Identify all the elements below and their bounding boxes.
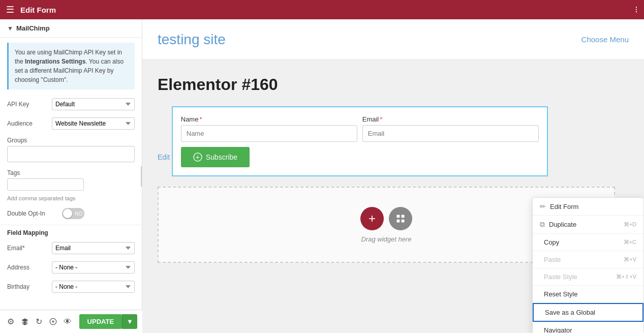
ctx-duplicate-shortcut: ⌘+D: [624, 221, 636, 228]
topbar-title: Edit Form: [20, 6, 56, 14]
ctx-paste-style-shortcut: ⌘+⇧+V: [616, 274, 636, 280]
api-key-label: API Key: [7, 101, 48, 108]
ctx-duplicate-icon: ⧉: [540, 220, 545, 229]
section-arrow-icon: ▼: [7, 25, 13, 32]
name-field: Name*: [181, 115, 357, 142]
ctx-duplicate[interactable]: ⧉ Duplicate ⌘+D: [533, 216, 643, 234]
ctx-copy-shortcut: ⌘+C: [624, 239, 636, 246]
canvas-topbar: testing site Choose Menu: [142, 19, 644, 60]
page-content: Elementor #160 Edit Name* Email*: [142, 60, 644, 333]
undo-icon[interactable]: ↻: [34, 314, 45, 329]
settings-icon[interactable]: ⚙: [5, 314, 16, 329]
drag-area-buttons: +: [360, 207, 412, 230]
toggle-knob: [63, 209, 72, 218]
form-row: Name* Email*: [181, 115, 539, 142]
site-title: testing site: [158, 32, 226, 48]
tags-label: Tags: [7, 169, 135, 176]
ctx-reset-label: Reset Style: [544, 290, 577, 298]
add-widget-button[interactable]: +: [360, 207, 384, 230]
birthday-label: Birthday: [7, 283, 48, 290]
double-optin-row: Double Opt-In NO: [0, 204, 142, 223]
double-optin-label: Double Opt-In: [7, 210, 58, 217]
audience-label: Audience: [7, 120, 48, 127]
ctx-paste-style-label: Paste Style: [544, 273, 577, 281]
layers-icon[interactable]: [19, 314, 30, 329]
context-menu: ✏ Edit Form ⧉ Duplicate ⌘+D: [532, 197, 644, 333]
form-widget[interactable]: Name* Email* + Subscribe: [172, 106, 548, 176]
ctx-paste-label: Paste: [544, 256, 561, 263]
bottom-bar: ⚙ ↻ 👁 UPDATE ▼: [0, 310, 142, 333]
svg-rect-3: [402, 219, 405, 222]
api-key-row: API Key Default: [0, 95, 142, 114]
svg-rect-0: [397, 215, 400, 218]
grid-icon[interactable]: ⁝: [635, 4, 638, 15]
update-button[interactable]: UPDATE: [79, 314, 122, 329]
update-button-group: UPDATE ▼: [79, 314, 137, 329]
name-input[interactable]: [181, 125, 357, 142]
name-label: Name*: [181, 115, 357, 123]
widget-library-button[interactable]: [389, 207, 412, 230]
name-required: *: [199, 115, 202, 123]
ctx-save-global[interactable]: Save as a Global: [533, 303, 643, 322]
email-required: *: [380, 115, 382, 123]
preview-icon[interactable]: 👁: [62, 314, 73, 329]
email-field: Email*: [362, 115, 539, 142]
email-mapping-row: Email* Email: [0, 238, 142, 258]
field-mapping-header: Field Mapping: [0, 225, 142, 238]
ctx-paste[interactable]: Paste ⌘+V: [533, 251, 643, 268]
email-label: Email*: [362, 115, 539, 123]
ctx-edit-form[interactable]: ✏ Edit Form: [533, 198, 643, 216]
audience-select[interactable]: Website Newslette: [52, 117, 135, 130]
address-select[interactable]: - None -: [52, 261, 135, 274]
toggle-no-label: NO: [75, 211, 82, 217]
api-key-select[interactable]: Default: [52, 98, 135, 110]
email-mapping-select[interactable]: Email: [52, 242, 135, 254]
mailchimp-section-header[interactable]: ▼ MailChimp: [0, 19, 142, 38]
section-title: MailChimp: [16, 24, 50, 32]
tags-input[interactable]: [7, 178, 84, 191]
choose-menu-link[interactable]: Choose Menu: [581, 35, 629, 44]
drag-text: Drag widget here: [361, 235, 412, 243]
birthday-row: Birthday - None -: [0, 277, 142, 296]
widget-icon: [395, 214, 406, 224]
email-mapping-label: Email*: [7, 245, 48, 252]
edit-link[interactable]: Edit: [158, 153, 170, 161]
main-layout: ▼ MailChimp You are using MailChimp API …: [0, 19, 644, 333]
ctx-edit-icon: ✏: [540, 202, 546, 210]
canvas-area: testing site Choose Menu Elementor #160 …: [142, 19, 644, 333]
page-title: Elementor #160: [158, 75, 629, 94]
ctx-paste-style[interactable]: Paste Style ⌘+⇧+V: [533, 268, 643, 286]
groups-label: Groups: [7, 137, 135, 144]
ctx-edit-label: Edit Form: [550, 203, 578, 210]
address-label: Address: [7, 264, 48, 271]
svg-rect-1: [402, 215, 405, 218]
save-template-icon[interactable]: [48, 314, 59, 329]
info-box: You are using MailChimp API Key set in t…: [7, 43, 135, 89]
ctx-reset-style[interactable]: Reset Style: [533, 286, 643, 303]
svg-rect-2: [397, 219, 400, 222]
ctx-navigator[interactable]: Navigator: [533, 322, 643, 333]
tags-hint: Add comma separated tags: [0, 194, 142, 204]
audience-row: Audience Website Newslette: [0, 114, 142, 133]
subscribe-button[interactable]: + Subscribe: [181, 147, 250, 167]
ctx-copy-label: Copy: [544, 238, 559, 246]
info-link: Integrations Settings: [25, 58, 85, 65]
ctx-duplicate-label: Duplicate: [549, 221, 576, 228]
birthday-select[interactable]: - None -: [52, 281, 135, 293]
update-arrow-button[interactable]: ▼: [122, 314, 137, 329]
tags-row: Tags: [0, 166, 142, 194]
sidebar: ▼ MailChimp You are using MailChimp API …: [0, 19, 142, 333]
subscribe-label: Subscribe: [206, 153, 237, 161]
menu-icon[interactable]: ☰: [6, 4, 14, 15]
groups-input[interactable]: [7, 146, 135, 162]
address-row: Address - None -: [0, 258, 142, 277]
groups-section: Groups: [0, 133, 142, 166]
email-input[interactable]: [362, 125, 539, 142]
topbar: ☰ Edit Form ⁝: [0, 0, 644, 19]
ctx-copy[interactable]: Copy ⌘+C: [533, 234, 643, 251]
ctx-navigator-label: Navigator: [544, 326, 572, 333]
double-optin-toggle[interactable]: NO: [62, 208, 84, 219]
subscribe-plus-icon: +: [193, 153, 202, 162]
ctx-paste-shortcut: ⌘+V: [624, 256, 636, 263]
ctx-save-global-label: Save as a Global: [545, 309, 595, 316]
